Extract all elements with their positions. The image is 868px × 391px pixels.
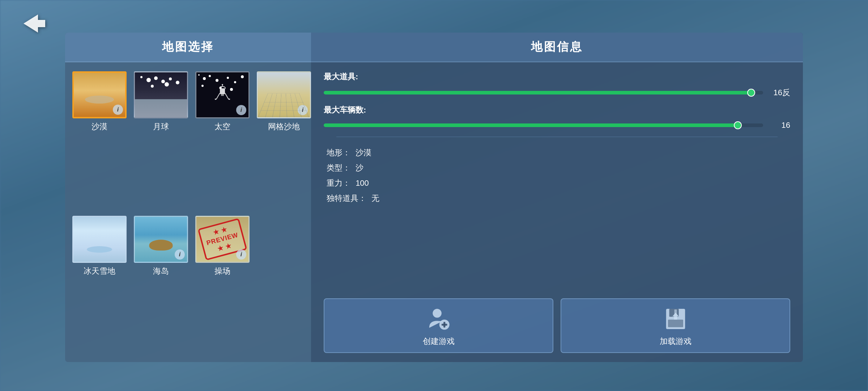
info-badge-island[interactable]: i (175, 249, 185, 260)
load-game-button[interactable]: 加载游戏 (561, 298, 790, 353)
map-label-space: 太空 (214, 121, 230, 132)
map-label-grid-sand: 网格沙地 (268, 121, 300, 132)
main-container: 地图选择 i 沙漠 i 月球 (65, 33, 803, 362)
map-grid: i 沙漠 i 月球 (65, 62, 311, 362)
svg-rect-13 (441, 324, 447, 325)
right-panel-header: 地图信息 (311, 33, 803, 62)
info-badge-desert[interactable]: i (113, 105, 123, 115)
svg-rect-9 (221, 94, 224, 96)
svg-point-10 (433, 309, 442, 318)
action-buttons: 创建游戏 加载游戏 (311, 291, 803, 362)
max-vehicles-label: 最大车辆数: (324, 105, 790, 115)
map-thumb-ice (72, 216, 127, 263)
gravity-label: 重力： (327, 178, 350, 188)
stat-gravity: 重力： 100 (324, 178, 790, 189)
info-badge-preview[interactable]: i (236, 249, 246, 260)
slider-section-tools: 最大道具: 16反 (324, 71, 790, 98)
type-value: 沙 (356, 163, 363, 172)
map-thumb-preview: ★ ★ PREVIEW ★ ★ i (195, 216, 250, 263)
load-game-label: 加载游戏 (660, 336, 692, 347)
svg-marker-0 (24, 14, 45, 33)
slider-section-vehicles: 最大车辆数: 16 (324, 105, 790, 130)
create-game-button[interactable]: 创建游戏 (324, 298, 553, 353)
map-item-moon[interactable]: i 月球 (134, 71, 188, 209)
space-lander-icon (213, 83, 231, 105)
info-content: 最大道具: 16反 最大车辆数: (311, 62, 803, 291)
load-game-icon (663, 306, 688, 332)
info-badge-space[interactable]: i (236, 105, 246, 115)
map-thumb-island: i (134, 216, 188, 263)
map-thumb-moon: i (134, 71, 188, 118)
max-vehicles-slider-thumb (734, 121, 742, 129)
map-item-island[interactable]: i 海岛 (134, 216, 188, 353)
map-thumb-space: i (195, 71, 250, 118)
stat-special-tools: 独特道具： 无 (324, 193, 790, 204)
special-tools-value: 无 (371, 194, 379, 203)
info-stats: 地形： 沙漠 类型： 沙 重力： 100 独特道具： 无 (324, 147, 790, 204)
max-tools-slider-track[interactable] (324, 91, 763, 94)
max-vehicles-slider-track[interactable] (324, 123, 763, 127)
max-vehicles-slider-row: 16 (324, 121, 790, 130)
create-game-icon (426, 306, 451, 332)
terrain-value: 沙漠 (356, 148, 371, 157)
special-tools-label: 独特道具： (327, 194, 366, 203)
terrain-label: 地形： (327, 148, 350, 157)
info-badge-moon[interactable]: i (175, 105, 185, 115)
left-panel-header: 地图选择 (65, 33, 311, 62)
max-tools-value: 16反 (769, 87, 790, 98)
map-label-ice-snow: 冰天雪地 (84, 266, 115, 277)
separator (336, 136, 778, 137)
max-vehicles-value: 16 (769, 121, 790, 130)
type-label: 类型： (327, 163, 350, 172)
left-panel: 地图选择 i 沙漠 i 月球 (65, 33, 311, 362)
stat-type: 类型： 沙 (324, 163, 790, 173)
map-label-desert: 沙漠 (92, 121, 107, 132)
max-tools-slider-thumb (747, 89, 755, 97)
create-game-label: 创建游戏 (423, 336, 455, 347)
max-tools-slider-row: 16反 (324, 87, 790, 98)
svg-line-2 (216, 93, 220, 99)
map-label-preview: 操场 (214, 266, 230, 277)
max-vehicles-slider-fill (324, 123, 741, 127)
map-thumb-grid: i (257, 71, 311, 118)
max-tools-label: 最大道具: (324, 71, 790, 82)
stat-terrain: 地形： 沙漠 (324, 147, 790, 158)
map-item-desert[interactable]: i 沙漠 (72, 71, 127, 209)
max-tools-slider-fill (324, 91, 754, 94)
svg-rect-17 (668, 320, 683, 327)
left-panel-title: 地图选择 (162, 40, 214, 53)
back-button[interactable] (18, 11, 51, 36)
map-item-preview[interactable]: ★ ★ PREVIEW ★ ★ i 操场 (195, 216, 250, 353)
map-label-island: 海岛 (153, 266, 169, 277)
gravity-value: 100 (356, 178, 369, 188)
map-item-ice-snow[interactable]: 冰天雪地 (72, 216, 127, 353)
map-thumb-desert: i (72, 71, 127, 118)
right-panel-title: 地图信息 (531, 40, 583, 53)
map-item-space[interactable]: i 太空 (195, 71, 250, 209)
map-label-moon: 月球 (153, 121, 169, 132)
info-badge-grid[interactable]: i (298, 105, 308, 115)
map-item-grid-sand[interactable]: i 网格沙地 (257, 71, 311, 209)
right-panel: 地图信息 最大道具: 16反 最大车辆数: (311, 33, 803, 362)
svg-line-3 (225, 93, 229, 99)
svg-point-8 (222, 84, 223, 85)
